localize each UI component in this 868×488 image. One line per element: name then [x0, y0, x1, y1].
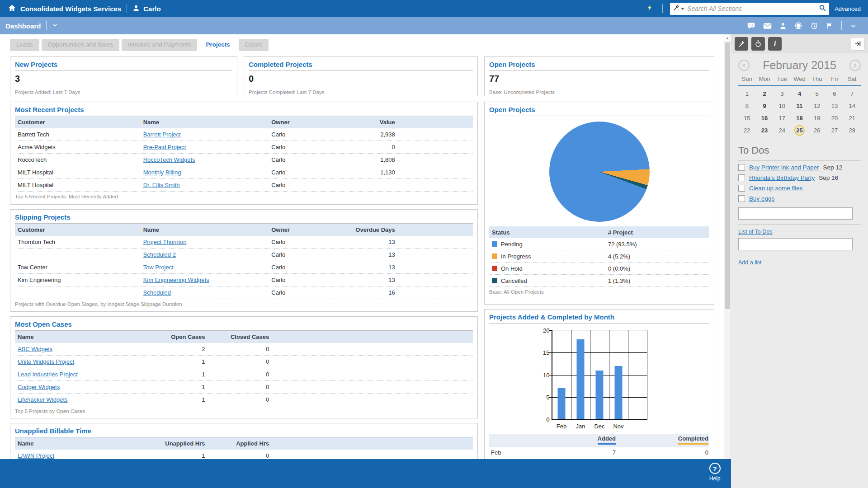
calendar-day[interactable]: 6: [826, 88, 844, 100]
calendar-day[interactable]: 1: [738, 88, 756, 100]
project-link[interactable]: LAWN Project: [18, 452, 54, 459]
company-name[interactable]: Consolidated Widgets Services: [20, 5, 121, 13]
calendar-day[interactable]: 23: [756, 124, 774, 136]
calendar-day[interactable]: 8: [738, 100, 756, 112]
toolbar-more-caret-icon[interactable]: [850, 23, 856, 29]
table-row: Thornton Tech Project Thornton Carlo 13: [15, 236, 473, 249]
calendar-day[interactable]: 2: [756, 88, 774, 100]
new-todo-input[interactable]: [738, 207, 853, 220]
dashboard-menu-caret-icon[interactable]: [52, 22, 58, 30]
scroll-up-button[interactable]: ▲: [724, 34, 731, 42]
project-link[interactable]: Dr. Ellis Smith: [143, 182, 180, 188]
support-headset-icon[interactable]: [794, 22, 802, 30]
pin-icon[interactable]: [735, 37, 748, 51]
project-link[interactable]: Lifehacker Widgets: [18, 396, 68, 403]
project-link[interactable]: Tow Project: [143, 264, 174, 271]
search-scope-icon[interactable]: [673, 5, 679, 13]
todo-link[interactable]: Buy Printer Ink and Paper: [749, 164, 819, 171]
todo-checkbox[interactable]: [738, 195, 745, 202]
project-link[interactable]: Monthly Billing: [143, 169, 181, 176]
info-icon[interactable]: i: [768, 37, 782, 51]
chat-icon[interactable]: [747, 22, 755, 30]
todo-link[interactable]: Rhonda's Birthday Party: [749, 174, 815, 181]
project-link[interactable]: ABC Widgets: [18, 346, 52, 352]
project-link[interactable]: RoccoTech Widgets: [143, 156, 195, 163]
vertical-scrollbar[interactable]: ▲: [724, 34, 731, 488]
add-a-list-link[interactable]: Add a list: [738, 259, 761, 266]
added-series-tab[interactable]: Added: [598, 435, 616, 445]
calendar-day[interactable]: 24: [773, 124, 791, 136]
project-link[interactable]: Codger Widgets: [18, 384, 60, 390]
project-link[interactable]: Scheduled: [143, 289, 171, 296]
help-button[interactable]: ? Help: [705, 463, 725, 482]
list-of-todos-link[interactable]: List of To Dos: [738, 229, 773, 235]
calendar-day[interactable]: 21: [843, 112, 861, 124]
project-link[interactable]: Barrett Project: [143, 131, 181, 138]
project-link[interactable]: Kim Engineering Widgets: [143, 277, 209, 283]
calendar-day[interactable]: 16: [756, 112, 774, 124]
calendar-day[interactable]: 12: [808, 100, 826, 112]
status-legend-row: Cancelled 1 (1.3%): [489, 275, 709, 287]
calendar-day[interactable]: 11: [791, 100, 808, 112]
project-link[interactable]: Unite Widgets Project: [18, 358, 74, 365]
todo-link[interactable]: Clean up some files: [749, 185, 803, 192]
calendar-day[interactable]: 18: [791, 112, 808, 124]
completed-series-tab[interactable]: Completed: [678, 435, 708, 445]
todo-checkbox[interactable]: [738, 174, 745, 181]
section-tab[interactable]: Leads: [10, 39, 39, 51]
contacts-icon[interactable]: [779, 22, 787, 30]
todo-item: Clean up some files: [738, 184, 861, 192]
project-link[interactable]: Lead Industries Project: [18, 371, 78, 378]
flag-icon[interactable]: [826, 22, 833, 30]
calendar-day[interactable]: 5: [808, 88, 826, 100]
owner-cell: Carlo: [271, 289, 331, 296]
panel-footer-note: Projects with Overdue Open Stages, by lo…: [15, 299, 473, 309]
calendar-day[interactable]: 15: [738, 112, 756, 124]
section-tab[interactable]: Opportunities and Sales: [42, 39, 119, 51]
section-tab[interactable]: Invoices and Payments: [122, 39, 198, 51]
calendar-prev-icon[interactable]: [738, 60, 750, 71]
calendar-day[interactable]: 10: [773, 100, 791, 112]
calendar-day[interactable]: 14: [843, 100, 861, 112]
calendar-day[interactable]: 17: [773, 112, 791, 124]
collapse-sidebar-icon[interactable]: [851, 37, 864, 51]
calendar-day[interactable]: 19: [808, 112, 826, 124]
calendar-day[interactable]: 25: [791, 124, 808, 136]
alarm-clock-icon[interactable]: [810, 22, 818, 30]
bar-chart-column: Jan: [571, 330, 590, 419]
calendar-day[interactable]: 22: [738, 124, 756, 136]
todo-list-input[interactable]: [738, 238, 853, 250]
calendar-next-icon[interactable]: [849, 60, 861, 71]
advanced-search-link[interactable]: Advanced: [835, 5, 861, 12]
calendar-day[interactable]: 7: [843, 88, 861, 100]
todo-checkbox[interactable]: [738, 164, 745, 171]
todo-checkbox[interactable]: [738, 185, 745, 192]
quick-action-bolt-icon[interactable]: [646, 3, 653, 14]
bar: [558, 388, 566, 419]
calendar-day[interactable]: 13: [826, 100, 844, 112]
search-input[interactable]: [687, 4, 819, 14]
home-icon[interactable]: [8, 4, 16, 13]
project-link[interactable]: Scheduled 2: [143, 251, 176, 258]
section-tab[interactable]: Cases: [239, 39, 269, 51]
calendar-day[interactable]: 26: [808, 124, 826, 136]
calendar-day[interactable]: 3: [773, 88, 791, 100]
calendar-day[interactable]: 4: [791, 88, 808, 100]
project-link[interactable]: Project Thornton: [143, 239, 187, 245]
search-scope-caret-icon[interactable]: [681, 8, 684, 10]
search-icon[interactable]: [819, 4, 826, 14]
todo-link[interactable]: Buy eggs: [749, 195, 774, 202]
added-completed-table: Added Completed Feb 7 0: [489, 434, 709, 458]
value-cell: 1,808: [331, 156, 395, 163]
current-user[interactable]: Carlo: [132, 5, 160, 13]
scrollbar-thumb[interactable]: [725, 42, 730, 309]
section-tab[interactable]: Projects: [199, 39, 236, 51]
calendar-day[interactable]: 27: [826, 124, 844, 136]
calendar-day[interactable]: 20: [826, 112, 844, 124]
project-link[interactable]: Pre-Paid Project: [143, 144, 186, 150]
mail-icon[interactable]: [763, 23, 772, 29]
user-icon: [132, 5, 140, 13]
timer-icon[interactable]: [751, 37, 765, 51]
calendar-day[interactable]: 28: [843, 124, 861, 136]
calendar-day[interactable]: 9: [756, 100, 774, 112]
